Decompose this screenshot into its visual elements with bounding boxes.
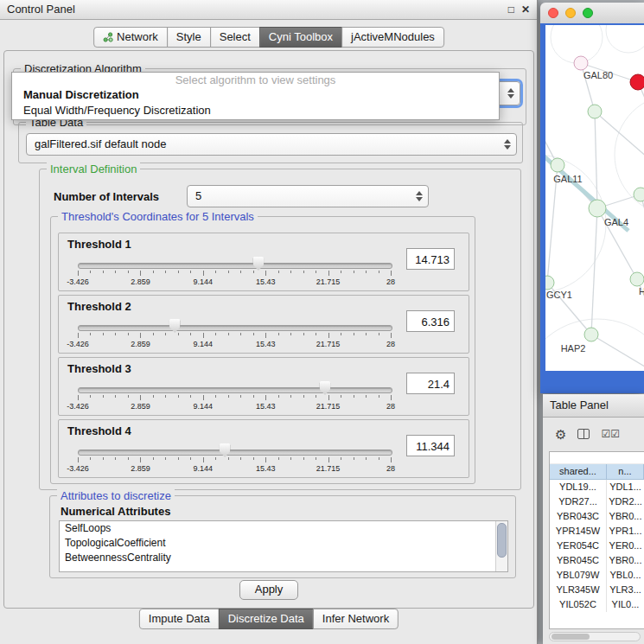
threshold-value-field[interactable]: 6.316 — [406, 310, 455, 332]
number-of-intervals-label: Number of Intervals — [54, 190, 159, 203]
network-icon — [103, 32, 113, 42]
tab-jactivemnodules[interactable]: jActiveMNodules — [341, 27, 444, 48]
tab-style[interactable]: Style — [167, 27, 211, 48]
network-node-hap2[interactable] — [584, 328, 598, 341]
column-header-2[interactable]: n... — [607, 464, 644, 480]
table-row[interactable]: YIL052CYIL0... — [550, 597, 644, 612]
network-edge[interactable] — [595, 112, 597, 208]
table-hscrollbar-thumb[interactable] — [552, 634, 590, 640]
table-cell: YBL0... — [607, 568, 644, 583]
numerical-attributes-list[interactable]: SelfLoopsTopologicalCoefficientBetweenne… — [59, 520, 508, 572]
attribute-item-topologicalcoefficient[interactable]: TopologicalCoefficient — [60, 536, 507, 551]
table-cell: YBR043C — [550, 509, 607, 524]
slider-ticks — [78, 333, 391, 339]
slider-ticks — [78, 457, 391, 463]
tab-impute-data[interactable]: Impute Data — [139, 609, 220, 629]
attribute-item-betweennesscentrality[interactable]: BetweennessCentrality — [60, 551, 507, 565]
network-canvas[interactable]: GAL80GAL11GAL4GCY1HHAP2 — [545, 25, 644, 371]
thresholds-group-title: Threshold's Coordinates for 5 Intervals — [58, 210, 258, 223]
tab-infer-network[interactable]: Infer Network — [313, 609, 399, 629]
network-node-gal80[interactable] — [574, 56, 588, 70]
table-header-row: shared...n... — [550, 464, 644, 480]
network-edge[interactable] — [641, 194, 644, 250]
tab-discretize-data[interactable]: Discretize Data — [219, 609, 314, 629]
close-window-icon[interactable]: ✕ — [521, 0, 530, 19]
combo-arrows-icon — [507, 88, 515, 99]
scale-label: 9.144 — [194, 277, 214, 286]
network-node-gal4[interactable] — [589, 200, 606, 217]
apply-button[interactable]: Apply — [239, 580, 298, 600]
slider-track[interactable] — [78, 450, 392, 456]
table-row[interactable]: YBR043CYBR0... — [550, 509, 644, 524]
slider-ticks — [78, 395, 391, 401]
interval-definition-group: Interval Definition Number of Intervals … — [39, 169, 521, 490]
table-row[interactable]: YBR045CYBR0... — [550, 553, 644, 568]
columns-icon[interactable] — [577, 429, 590, 439]
scale-label: 15.43 — [256, 277, 276, 286]
network-edge[interactable] — [591, 208, 597, 335]
threshold-value-field[interactable]: 14.713 — [406, 248, 455, 270]
table-row[interactable]: YDR27...YDR2... — [550, 494, 644, 509]
table-hscrollbar[interactable] — [549, 632, 641, 641]
minimize-traffic-icon[interactable] — [565, 8, 576, 18]
scale-label: 2.859 — [131, 402, 150, 411]
network-node-gal11[interactable] — [551, 158, 564, 172]
column-header-1[interactable]: shared... — [550, 464, 607, 480]
gear-icon[interactable]: ⚙ — [555, 428, 566, 441]
table-row[interactable]: YLR345WYLR3... — [550, 583, 644, 597]
network-edge[interactable] — [595, 112, 644, 163]
select-columns-icon[interactable]: ☑☑ — [601, 428, 620, 440]
table-cell: YBL079W — [550, 568, 607, 583]
float-window-icon[interactable]: □ — [508, 0, 514, 19]
scale-label: 2.859 — [131, 464, 150, 473]
table-cell: YDR2... — [607, 494, 644, 509]
network-edge[interactable] — [591, 335, 644, 369]
zoom-traffic-icon[interactable] — [583, 8, 593, 18]
network-node-gcy1[interactable] — [545, 276, 554, 290]
network-node[interactable] — [634, 188, 644, 201]
tab-network[interactable]: Network — [93, 27, 168, 48]
table-cell: YDL1... — [607, 480, 644, 494]
dropdown-item-equal-width-frequency-discretization[interactable]: Equal Width/Frequency Discretization — [12, 103, 499, 118]
threshold-label: Threshold 4 — [67, 424, 131, 437]
threshold-value-field[interactable]: 11.344 — [406, 435, 455, 456]
scale-label: 9.144 — [194, 340, 214, 348]
node-label-h: H — [639, 286, 644, 296]
threshold-value-field[interactable]: 21.4 — [406, 373, 455, 394]
table-row[interactable]: YER054CYER0... — [550, 539, 644, 553]
table-cell: YIL0... — [607, 597, 644, 612]
close-traffic-icon[interactable] — [548, 8, 558, 18]
table-cell: YLR345W — [550, 583, 607, 597]
tab-select[interactable]: Select — [210, 27, 260, 48]
network-node[interactable] — [630, 74, 644, 90]
threshold-3-row: Threshold 3-3.4262.8599.14415.4321.71528… — [58, 357, 469, 416]
control-panel-window: Control Panel □ ✕ NetworkStyleSelectCyni… — [0, 0, 538, 644]
tab-cyni-toolbox[interactable]: Cyni Toolbox — [259, 27, 342, 48]
node-label-gal80: GAL80 — [583, 70, 613, 80]
attributes-group: Attributes to discretize Numerical Attri… — [49, 495, 516, 578]
number-of-intervals-select[interactable]: 5 — [187, 185, 429, 207]
slider-scale-labels: -3.4262.8599.14415.4321.71528 — [78, 340, 391, 348]
slider-track[interactable] — [78, 387, 392, 393]
slider-track[interactable] — [78, 325, 392, 331]
slider-ticks — [78, 271, 391, 277]
table-data-select[interactable]: galFiltered.sif default node — [26, 133, 517, 156]
attributes-scrollbar[interactable] — [495, 521, 507, 571]
network-node-h[interactable] — [630, 272, 644, 286]
algorithm-dropdown-popup: Select algorithm to view settings Manual… — [11, 72, 500, 120]
tab-label: jActiveMNodules — [351, 28, 435, 47]
attribute-item-selfloops[interactable]: SelfLoops — [60, 521, 507, 536]
table-row[interactable]: YPR145WYPR1... — [550, 524, 644, 539]
cyni-bottom-tabs: Impute DataDiscretize DataInfer Network — [139, 609, 399, 629]
dropdown-item-manual-discretization[interactable]: Manual Discretization — [12, 87, 499, 103]
attributes-scrollbar-thumb[interactable] — [497, 523, 507, 558]
combo-arrows-icon — [416, 191, 424, 201]
scale-label: -3.426 — [67, 340, 89, 348]
table-panel-window: Table Panel ⚙ ☑☑ shared...n... YDL19...Y… — [543, 394, 644, 644]
table-row[interactable]: YBL079WYBL0... — [550, 568, 644, 583]
slider-track[interactable] — [78, 263, 392, 269]
table-row[interactable]: YDL19...YDL1... — [550, 480, 644, 494]
scale-label: 28 — [386, 402, 395, 411]
network-node[interactable] — [588, 105, 602, 118]
tab-label: Discretize Data — [228, 609, 304, 628]
